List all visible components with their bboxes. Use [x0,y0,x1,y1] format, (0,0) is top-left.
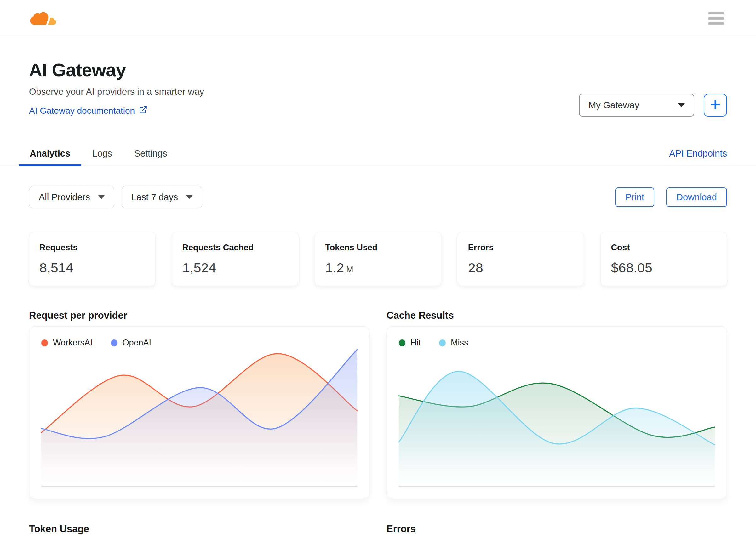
request-per-provider-chart-card: WorkersAI OpenAI [29,326,369,499]
date-range-filter-value: Last 7 days [131,192,178,203]
chart-legend: Hit Miss [399,338,715,348]
page-subtitle: Observe your AI providers in a smarter w… [29,86,204,97]
gateway-select-value: My Gateway [588,100,639,111]
date-range-filter-dropdown[interactable]: Last 7 days [121,186,202,209]
cloudflare-logo[interactable] [29,9,58,28]
caret-down-icon [186,195,192,199]
plus-icon [708,97,723,113]
stat-card-requests-cached: Requests Cached 1,524 [172,232,299,286]
page-title: AI Gateway [29,59,204,80]
stat-suffix: M [346,265,354,275]
stat-label: Tokens Used [325,243,431,252]
gateway-select[interactable]: My Gateway [579,94,694,117]
print-button[interactable]: Print [615,187,654,207]
legend-item-hit[interactable]: Hit [399,338,421,348]
stat-label: Requests [39,243,145,252]
stat-value: $68.05 [611,260,652,276]
legend-label: Miss [451,338,468,348]
stat-card-cost: Cost $68.05 [601,232,727,286]
cache-results-section: Cache Results Hit Miss [387,310,727,499]
cache-results-area-chart [399,350,715,486]
stat-value: 8,514 [39,260,73,276]
legend-item-miss[interactable]: Miss [439,338,468,348]
stat-label: Cost [611,243,717,252]
stat-label: Errors [468,243,574,252]
filters-row: All Providers Last 7 days Print Download [29,186,727,209]
providers-filter-value: All Providers [39,192,90,203]
chart-title-token-usage: Token Usage [29,523,369,535]
providers-filter-dropdown[interactable]: All Providers [29,186,114,209]
legend-dot-miss [439,340,446,347]
caret-down-icon [678,103,685,107]
tab-bar: Analytics Logs Settings API Endpoints [0,141,756,166]
legend-label: Hit [410,338,421,348]
main-content: AI Gateway Observe your AI providers in … [0,37,756,535]
stat-value: 1,524 [182,260,217,276]
legend-label: OpenAI [122,338,152,348]
chart-title-errors: Errors [387,523,727,535]
caret-down-icon [98,195,105,199]
legend-item-openai[interactable]: OpenAI [111,338,152,348]
cache-results-plot [399,350,715,486]
request-per-provider-section: Request per provider WorkersAI OpenAI [29,310,369,499]
legend-label: WorkersAI [53,338,93,348]
tab-settings[interactable]: Settings [123,141,178,166]
cache-results-chart-card: Hit Miss [387,326,727,499]
legend-item-workersai[interactable]: WorkersAI [41,338,93,348]
external-link-icon [139,106,148,116]
stat-card-tokens-used: Tokens Used 1.2M [315,232,441,286]
tab-analytics[interactable]: Analytics [18,141,81,166]
top-bar [0,0,756,37]
bottom-sections: Token Usage Errors [29,523,727,535]
documentation-link-label: AI Gateway documentation [29,106,135,116]
api-endpoints-link[interactable]: API Endpoints [669,148,727,159]
tab-logs[interactable]: Logs [81,141,123,166]
legend-dot-hit [399,340,405,347]
stat-value: 1.2 [325,260,344,276]
stat-value: 28 [468,260,483,276]
chart-legend: WorkersAI OpenAI [41,338,357,348]
hamburger-menu-icon[interactable] [708,12,724,24]
stat-label: Requests Cached [182,243,288,252]
stat-card-errors: Errors 28 [458,232,584,286]
download-button[interactable]: Download [666,187,727,207]
charts-row: Request per provider WorkersAI OpenAI [29,310,727,499]
legend-dot-openai [111,340,118,347]
chart-title-request-per-provider: Request per provider [29,310,369,321]
stat-card-requests: Requests 8,514 [29,232,155,286]
request-per-provider-plot [41,350,357,486]
hero-section: AI Gateway Observe your AI providers in … [29,37,727,117]
request-per-provider-area-chart [41,350,357,486]
stats-row: Requests 8,514 Requests Cached 1,524 Tok… [29,232,727,286]
chart-title-cache-results: Cache Results [387,310,727,321]
add-gateway-button[interactable] [704,94,727,117]
legend-dot-workersai [41,340,48,347]
documentation-link[interactable]: AI Gateway documentation [29,106,148,116]
